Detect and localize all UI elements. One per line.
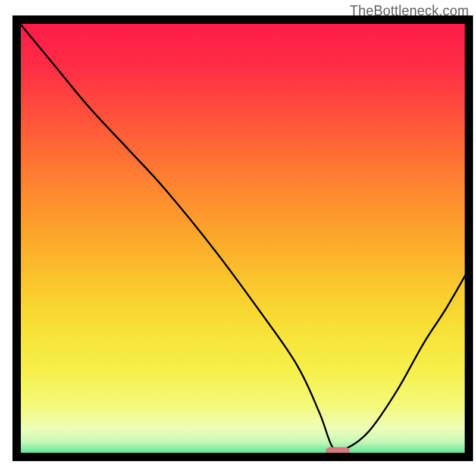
chart-background xyxy=(17,20,469,457)
chart-wrapper: TheBottleneck.com xyxy=(0,0,476,476)
bottleneck-chart xyxy=(0,0,476,476)
watermark-text: TheBottleneck.com xyxy=(350,3,469,19)
